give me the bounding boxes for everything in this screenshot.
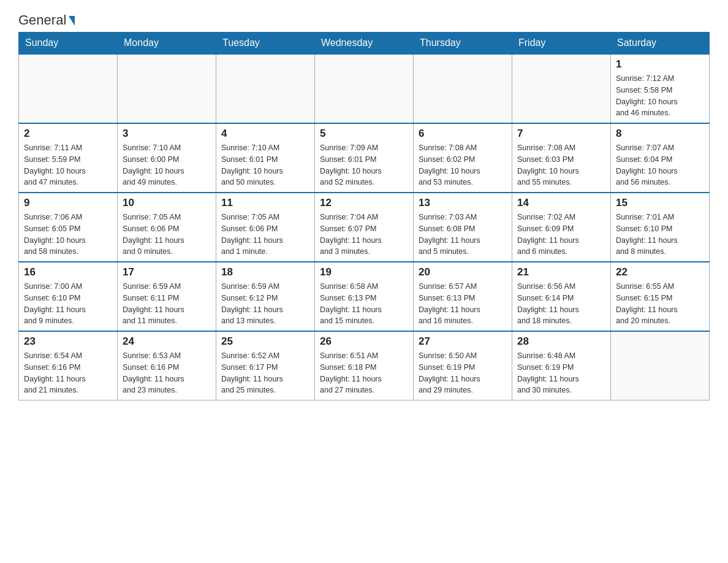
calendar-day-cell: 8Sunrise: 7:07 AM Sunset: 6:04 PM Daylig… <box>611 123 710 193</box>
day-number: 20 <box>419 266 507 278</box>
calendar-day-cell <box>512 54 611 123</box>
calendar-day-cell: 12Sunrise: 7:04 AM Sunset: 6:07 PM Dayli… <box>315 193 414 262</box>
calendar-day-cell: 6Sunrise: 7:08 AM Sunset: 6:02 PM Daylig… <box>414 123 512 193</box>
calendar-day-cell <box>315 54 414 123</box>
calendar-day-cell <box>19 54 118 123</box>
logo-general-text: General <box>18 12 75 28</box>
calendar-week-row: 23Sunrise: 6:54 AM Sunset: 6:16 PM Dayli… <box>19 331 710 400</box>
day-info: Sunrise: 6:50 AM Sunset: 6:19 PM Dayligh… <box>419 350 507 396</box>
day-number: 5 <box>320 128 408 140</box>
day-info: Sunrise: 7:00 AM Sunset: 6:10 PM Dayligh… <box>24 281 112 327</box>
calendar-day-cell: 11Sunrise: 7:05 AM Sunset: 6:06 PM Dayli… <box>216 193 315 262</box>
day-of-week-header: Saturday <box>611 33 710 55</box>
day-info: Sunrise: 6:53 AM Sunset: 6:16 PM Dayligh… <box>123 350 211 396</box>
day-number: 25 <box>221 335 309 348</box>
day-number: 23 <box>24 335 112 348</box>
day-number: 13 <box>419 197 507 209</box>
calendar-day-cell: 2Sunrise: 7:11 AM Sunset: 5:59 PM Daylig… <box>19 123 118 193</box>
calendar-week-row: 9Sunrise: 7:06 AM Sunset: 6:05 PM Daylig… <box>19 193 710 262</box>
calendar-day-cell: 19Sunrise: 6:58 AM Sunset: 6:13 PM Dayli… <box>315 262 414 331</box>
day-of-week-header: Friday <box>512 33 611 55</box>
day-info: Sunrise: 7:10 AM Sunset: 6:00 PM Dayligh… <box>123 142 211 188</box>
day-number: 7 <box>517 128 605 140</box>
day-info: Sunrise: 7:08 AM Sunset: 6:03 PM Dayligh… <box>517 142 605 188</box>
day-info: Sunrise: 7:07 AM Sunset: 6:04 PM Dayligh… <box>616 142 704 188</box>
day-info: Sunrise: 7:10 AM Sunset: 6:01 PM Dayligh… <box>221 142 309 188</box>
calendar-day-cell: 20Sunrise: 6:57 AM Sunset: 6:13 PM Dayli… <box>414 262 512 331</box>
day-number: 11 <box>221 197 309 209</box>
logo: General <box>18 12 75 26</box>
day-number: 17 <box>123 266 211 278</box>
day-info: Sunrise: 7:01 AM Sunset: 6:10 PM Dayligh… <box>616 212 704 258</box>
calendar-day-cell: 26Sunrise: 6:51 AM Sunset: 6:18 PM Dayli… <box>315 331 414 400</box>
calendar-day-cell: 7Sunrise: 7:08 AM Sunset: 6:03 PM Daylig… <box>512 123 611 193</box>
calendar-table: SundayMondayTuesdayWednesdayThursdayFrid… <box>18 32 710 400</box>
day-info: Sunrise: 7:04 AM Sunset: 6:07 PM Dayligh… <box>320 212 408 258</box>
calendar-day-cell: 14Sunrise: 7:02 AM Sunset: 6:09 PM Dayli… <box>512 193 611 262</box>
day-number: 8 <box>616 128 704 140</box>
day-info: Sunrise: 7:08 AM Sunset: 6:02 PM Dayligh… <box>419 142 507 188</box>
day-number: 3 <box>123 128 211 140</box>
day-number: 10 <box>123 197 211 209</box>
day-number: 19 <box>320 266 408 278</box>
day-info: Sunrise: 6:48 AM Sunset: 6:19 PM Dayligh… <box>517 350 605 396</box>
day-of-week-header: Tuesday <box>216 33 315 55</box>
logo-arrow-icon <box>69 16 75 26</box>
day-info: Sunrise: 7:06 AM Sunset: 6:05 PM Dayligh… <box>24 212 112 258</box>
day-of-week-header: Thursday <box>414 33 512 55</box>
calendar-week-row: 1Sunrise: 7:12 AM Sunset: 5:58 PM Daylig… <box>19 54 710 123</box>
day-info: Sunrise: 6:57 AM Sunset: 6:13 PM Dayligh… <box>419 281 507 327</box>
day-of-week-header: Sunday <box>19 33 118 55</box>
day-number: 4 <box>221 128 309 140</box>
page-header: General <box>18 12 710 26</box>
calendar-day-cell: 16Sunrise: 7:00 AM Sunset: 6:10 PM Dayli… <box>19 262 118 331</box>
calendar-day-cell: 5Sunrise: 7:09 AM Sunset: 6:01 PM Daylig… <box>315 123 414 193</box>
calendar-day-cell <box>216 54 315 123</box>
day-info: Sunrise: 7:03 AM Sunset: 6:08 PM Dayligh… <box>419 212 507 258</box>
day-info: Sunrise: 6:58 AM Sunset: 6:13 PM Dayligh… <box>320 281 408 327</box>
day-info: Sunrise: 7:05 AM Sunset: 6:06 PM Dayligh… <box>123 212 211 258</box>
day-number: 28 <box>517 335 605 348</box>
day-number: 14 <box>517 197 605 209</box>
calendar-day-cell: 13Sunrise: 7:03 AM Sunset: 6:08 PM Dayli… <box>414 193 512 262</box>
calendar-day-cell: 23Sunrise: 6:54 AM Sunset: 6:16 PM Dayli… <box>19 331 118 400</box>
calendar-day-cell: 25Sunrise: 6:52 AM Sunset: 6:17 PM Dayli… <box>216 331 315 400</box>
day-number: 1 <box>616 58 704 71</box>
day-number: 24 <box>123 335 211 348</box>
calendar-day-cell: 24Sunrise: 6:53 AM Sunset: 6:16 PM Dayli… <box>118 331 216 400</box>
day-number: 18 <box>221 266 309 278</box>
calendar-week-row: 2Sunrise: 7:11 AM Sunset: 5:59 PM Daylig… <box>19 123 710 193</box>
calendar-day-cell <box>611 331 710 400</box>
calendar-day-cell: 21Sunrise: 6:56 AM Sunset: 6:14 PM Dayli… <box>512 262 611 331</box>
calendar-day-cell: 28Sunrise: 6:48 AM Sunset: 6:19 PM Dayli… <box>512 331 611 400</box>
calendar-week-row: 16Sunrise: 7:00 AM Sunset: 6:10 PM Dayli… <box>19 262 710 331</box>
day-info: Sunrise: 6:59 AM Sunset: 6:11 PM Dayligh… <box>123 281 211 327</box>
day-of-week-header: Wednesday <box>315 33 414 55</box>
calendar-day-cell: 15Sunrise: 7:01 AM Sunset: 6:10 PM Dayli… <box>611 193 710 262</box>
day-info: Sunrise: 6:51 AM Sunset: 6:18 PM Dayligh… <box>320 350 408 396</box>
day-info: Sunrise: 6:55 AM Sunset: 6:15 PM Dayligh… <box>616 281 704 327</box>
day-info: Sunrise: 7:02 AM Sunset: 6:09 PM Dayligh… <box>517 212 605 258</box>
day-number: 6 <box>419 128 507 140</box>
day-info: Sunrise: 7:12 AM Sunset: 5:58 PM Dayligh… <box>616 73 704 119</box>
day-number: 12 <box>320 197 408 209</box>
day-number: 16 <box>24 266 112 278</box>
day-number: 2 <box>24 128 112 140</box>
day-info: Sunrise: 6:52 AM Sunset: 6:17 PM Dayligh… <box>221 350 309 396</box>
calendar-day-cell <box>414 54 512 123</box>
day-info: Sunrise: 7:05 AM Sunset: 6:06 PM Dayligh… <box>221 212 309 258</box>
day-number: 21 <box>517 266 605 278</box>
day-number: 27 <box>419 335 507 348</box>
day-info: Sunrise: 6:56 AM Sunset: 6:14 PM Dayligh… <box>517 281 605 327</box>
day-info: Sunrise: 6:54 AM Sunset: 6:16 PM Dayligh… <box>24 350 112 396</box>
calendar-day-cell: 9Sunrise: 7:06 AM Sunset: 6:05 PM Daylig… <box>19 193 118 262</box>
day-number: 22 <box>616 266 704 278</box>
day-number: 9 <box>24 197 112 209</box>
calendar-day-cell: 3Sunrise: 7:10 AM Sunset: 6:00 PM Daylig… <box>118 123 216 193</box>
day-info: Sunrise: 6:59 AM Sunset: 6:12 PM Dayligh… <box>221 281 309 327</box>
day-info: Sunrise: 7:09 AM Sunset: 6:01 PM Dayligh… <box>320 142 408 188</box>
calendar-day-cell: 4Sunrise: 7:10 AM Sunset: 6:01 PM Daylig… <box>216 123 315 193</box>
calendar-header-row: SundayMondayTuesdayWednesdayThursdayFrid… <box>19 33 710 55</box>
day-number: 15 <box>616 197 704 209</box>
calendar-day-cell: 27Sunrise: 6:50 AM Sunset: 6:19 PM Dayli… <box>414 331 512 400</box>
